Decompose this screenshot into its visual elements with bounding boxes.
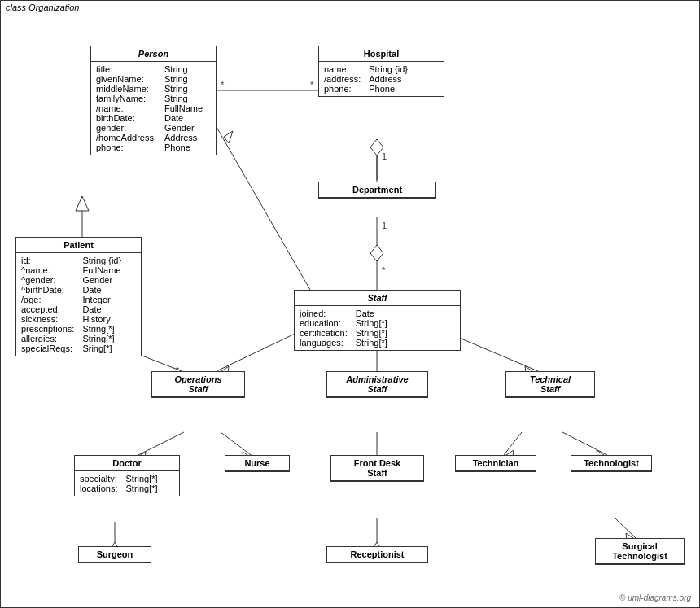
svg-text:1: 1 [382,151,387,161]
svg-text:1: 1 [382,221,387,230]
doctor-header: Doctor [75,456,179,471]
doctor-body: specialty:locations: String[*]String[*] [75,471,179,496]
svg-marker-4 [370,139,383,155]
front-desk-staff-class: Front DeskStaff [330,455,424,482]
nurse-class: Nurse [225,455,290,472]
technical-staff-header: TechnicalStaff [506,372,594,397]
svg-line-34 [562,432,607,455]
surgeon-header: Surgeon [79,547,151,562]
svg-marker-14 [76,196,89,211]
technician-header: Technician [456,456,536,471]
svg-text:*: * [310,80,314,90]
uml-diagram: class Organization * * 1 * 1 * * * [0,0,700,608]
svg-line-15 [217,127,310,290]
svg-text:*: * [221,80,225,90]
doctor-class: Doctor specialty:locations: String[*]Str… [74,455,180,496]
technician-class: Technician [455,455,536,472]
svg-line-26 [135,432,184,457]
staff-body: joined:education:certification:languages… [295,306,460,350]
patient-body: id:^name:^gender:^birthDate:/age:accepte… [16,253,141,356]
patient-class: Patient id:^name:^gender:^birthDate:/age… [15,237,142,356]
svg-line-28 [221,432,253,457]
technical-staff-class: TechnicalStaff [505,371,595,398]
person-body: title:givenName:middleName:familyName:/n… [91,62,216,155]
administrative-staff-header: AdministrativeStaff [327,372,427,397]
svg-marker-10 [370,245,383,261]
front-desk-staff-header: Front DeskStaff [331,456,423,481]
operations-staff-class: OperationsStaff [151,371,245,398]
patient-header: Patient [16,238,141,253]
administrative-staff-class: AdministrativeStaff [326,371,428,398]
technologist-header: Technologist [571,456,651,471]
hospital-body: name:/address:phone: String {id}AddressP… [319,62,444,96]
person-header: Person [91,46,216,62]
svg-marker-16 [224,131,233,143]
hospital-class: Hospital name:/address:phone: String {id… [318,46,444,97]
copyright: © uml-diagrams.org [619,593,691,602]
hospital-header: Hospital [319,46,444,62]
technologist-class: Technologist [571,455,652,472]
receptionist-header: Receptionist [327,547,427,562]
department-class: Department [318,182,436,199]
operations-staff-header: OperationsStaff [152,372,244,397]
receptionist-class: Receptionist [326,546,428,563]
surgical-technologist-class: SurgicalTechnologist [595,538,685,565]
svg-text:*: * [382,265,386,275]
nurse-header: Nurse [225,456,289,471]
diagram-title: class Organization [6,2,80,12]
department-header: Department [319,182,435,198]
staff-header: Staff [295,291,460,306]
surgeon-class: Surgeon [78,546,151,563]
person-class: Person title:givenName:middleName:family… [90,46,217,155]
surgical-technologist-header: SurgicalTechnologist [596,539,684,564]
svg-line-32 [504,432,522,455]
staff-class: Staff joined:education:certification:lan… [294,290,461,351]
svg-line-40 [615,518,636,538]
